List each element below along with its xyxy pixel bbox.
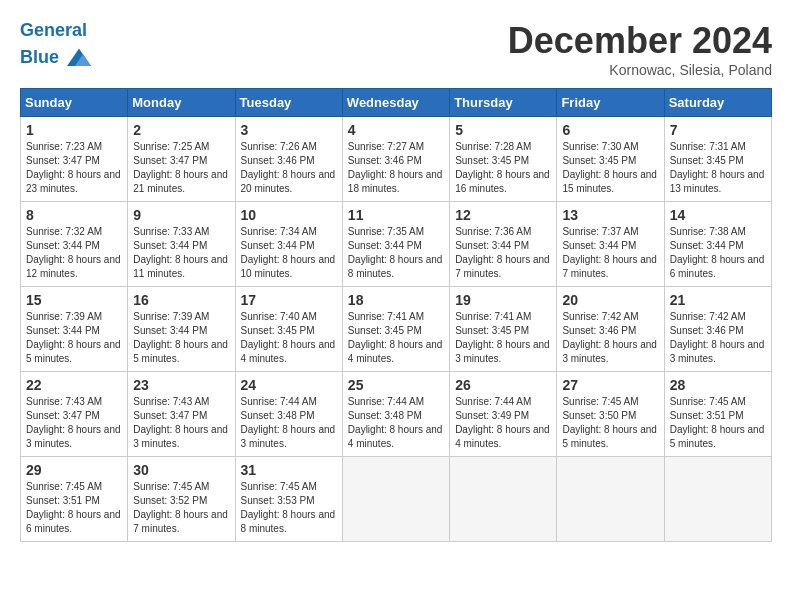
day-number: 27 <box>562 377 658 393</box>
day-details: Sunrise: 7:31 AMSunset: 3:45 PMDaylight:… <box>670 140 766 196</box>
calendar-cell: 15Sunrise: 7:39 AMSunset: 3:44 PMDayligh… <box>21 287 128 372</box>
calendar-cell: 10Sunrise: 7:34 AMSunset: 3:44 PMDayligh… <box>235 202 342 287</box>
day-details: Sunrise: 7:44 AMSunset: 3:48 PMDaylight:… <box>348 395 444 451</box>
day-details: Sunrise: 7:37 AMSunset: 3:44 PMDaylight:… <box>562 225 658 281</box>
calendar-cell <box>342 457 449 542</box>
day-number: 1 <box>26 122 122 138</box>
title-area: December 2024 Kornowac, Silesia, Poland <box>508 20 772 78</box>
col-monday: Monday <box>128 89 235 117</box>
calendar-cell: 26Sunrise: 7:44 AMSunset: 3:49 PMDayligh… <box>450 372 557 457</box>
day-details: Sunrise: 7:45 AMSunset: 3:50 PMDaylight:… <box>562 395 658 451</box>
calendar-cell: 13Sunrise: 7:37 AMSunset: 3:44 PMDayligh… <box>557 202 664 287</box>
day-details: Sunrise: 7:42 AMSunset: 3:46 PMDaylight:… <box>670 310 766 366</box>
day-number: 12 <box>455 207 551 223</box>
day-details: Sunrise: 7:45 AMSunset: 3:52 PMDaylight:… <box>133 480 229 536</box>
day-number: 21 <box>670 292 766 308</box>
day-details: Sunrise: 7:42 AMSunset: 3:46 PMDaylight:… <box>562 310 658 366</box>
logo: General Blue <box>20 20 95 74</box>
col-tuesday: Tuesday <box>235 89 342 117</box>
day-details: Sunrise: 7:38 AMSunset: 3:44 PMDaylight:… <box>670 225 766 281</box>
calendar-cell <box>557 457 664 542</box>
day-number: 24 <box>241 377 337 393</box>
day-number: 11 <box>348 207 444 223</box>
day-details: Sunrise: 7:43 AMSunset: 3:47 PMDaylight:… <box>133 395 229 451</box>
day-details: Sunrise: 7:30 AMSunset: 3:45 PMDaylight:… <box>562 140 658 196</box>
day-details: Sunrise: 7:45 AMSunset: 3:51 PMDaylight:… <box>26 480 122 536</box>
calendar-week-row: 1Sunrise: 7:23 AMSunset: 3:47 PMDaylight… <box>21 117 772 202</box>
col-thursday: Thursday <box>450 89 557 117</box>
day-number: 17 <box>241 292 337 308</box>
logo-icon <box>63 42 95 74</box>
day-details: Sunrise: 7:39 AMSunset: 3:44 PMDaylight:… <box>26 310 122 366</box>
calendar-cell: 11Sunrise: 7:35 AMSunset: 3:44 PMDayligh… <box>342 202 449 287</box>
day-number: 26 <box>455 377 551 393</box>
calendar-cell: 4Sunrise: 7:27 AMSunset: 3:46 PMDaylight… <box>342 117 449 202</box>
page-header: General Blue December 2024 Kornowac, Sil… <box>20 20 772 78</box>
calendar-table: Sunday Monday Tuesday Wednesday Thursday… <box>20 88 772 542</box>
day-number: 22 <box>26 377 122 393</box>
col-saturday: Saturday <box>664 89 771 117</box>
day-details: Sunrise: 7:35 AMSunset: 3:44 PMDaylight:… <box>348 225 444 281</box>
calendar-header-row: Sunday Monday Tuesday Wednesday Thursday… <box>21 89 772 117</box>
day-number: 20 <box>562 292 658 308</box>
day-number: 3 <box>241 122 337 138</box>
day-number: 7 <box>670 122 766 138</box>
calendar-week-row: 8Sunrise: 7:32 AMSunset: 3:44 PMDaylight… <box>21 202 772 287</box>
day-number: 6 <box>562 122 658 138</box>
day-details: Sunrise: 7:23 AMSunset: 3:47 PMDaylight:… <box>26 140 122 196</box>
day-number: 16 <box>133 292 229 308</box>
day-details: Sunrise: 7:45 AMSunset: 3:51 PMDaylight:… <box>670 395 766 451</box>
col-friday: Friday <box>557 89 664 117</box>
day-number: 9 <box>133 207 229 223</box>
day-details: Sunrise: 7:32 AMSunset: 3:44 PMDaylight:… <box>26 225 122 281</box>
calendar-cell: 5Sunrise: 7:28 AMSunset: 3:45 PMDaylight… <box>450 117 557 202</box>
day-details: Sunrise: 7:43 AMSunset: 3:47 PMDaylight:… <box>26 395 122 451</box>
calendar-week-row: 29Sunrise: 7:45 AMSunset: 3:51 PMDayligh… <box>21 457 772 542</box>
calendar-cell: 21Sunrise: 7:42 AMSunset: 3:46 PMDayligh… <box>664 287 771 372</box>
calendar-cell: 3Sunrise: 7:26 AMSunset: 3:46 PMDaylight… <box>235 117 342 202</box>
calendar-cell: 20Sunrise: 7:42 AMSunset: 3:46 PMDayligh… <box>557 287 664 372</box>
day-details: Sunrise: 7:41 AMSunset: 3:45 PMDaylight:… <box>455 310 551 366</box>
month-title: December 2024 <box>508 20 772 62</box>
day-number: 8 <box>26 207 122 223</box>
calendar-cell: 22Sunrise: 7:43 AMSunset: 3:47 PMDayligh… <box>21 372 128 457</box>
day-number: 18 <box>348 292 444 308</box>
location: Kornowac, Silesia, Poland <box>508 62 772 78</box>
day-details: Sunrise: 7:33 AMSunset: 3:44 PMDaylight:… <box>133 225 229 281</box>
day-number: 23 <box>133 377 229 393</box>
day-details: Sunrise: 7:39 AMSunset: 3:44 PMDaylight:… <box>133 310 229 366</box>
calendar-cell: 19Sunrise: 7:41 AMSunset: 3:45 PMDayligh… <box>450 287 557 372</box>
calendar-cell <box>664 457 771 542</box>
calendar-cell: 16Sunrise: 7:39 AMSunset: 3:44 PMDayligh… <box>128 287 235 372</box>
calendar-cell: 2Sunrise: 7:25 AMSunset: 3:47 PMDaylight… <box>128 117 235 202</box>
calendar-cell: 28Sunrise: 7:45 AMSunset: 3:51 PMDayligh… <box>664 372 771 457</box>
calendar-week-row: 15Sunrise: 7:39 AMSunset: 3:44 PMDayligh… <box>21 287 772 372</box>
day-details: Sunrise: 7:36 AMSunset: 3:44 PMDaylight:… <box>455 225 551 281</box>
day-details: Sunrise: 7:45 AMSunset: 3:53 PMDaylight:… <box>241 480 337 536</box>
calendar-cell: 24Sunrise: 7:44 AMSunset: 3:48 PMDayligh… <box>235 372 342 457</box>
day-number: 5 <box>455 122 551 138</box>
logo-general: General <box>20 20 87 40</box>
calendar-cell: 18Sunrise: 7:41 AMSunset: 3:45 PMDayligh… <box>342 287 449 372</box>
calendar-cell: 29Sunrise: 7:45 AMSunset: 3:51 PMDayligh… <box>21 457 128 542</box>
calendar-cell: 7Sunrise: 7:31 AMSunset: 3:45 PMDaylight… <box>664 117 771 202</box>
day-details: Sunrise: 7:34 AMSunset: 3:44 PMDaylight:… <box>241 225 337 281</box>
day-details: Sunrise: 7:28 AMSunset: 3:45 PMDaylight:… <box>455 140 551 196</box>
day-number: 4 <box>348 122 444 138</box>
day-number: 25 <box>348 377 444 393</box>
day-details: Sunrise: 7:26 AMSunset: 3:46 PMDaylight:… <box>241 140 337 196</box>
logo-blue: Blue <box>20 47 59 67</box>
day-details: Sunrise: 7:44 AMSunset: 3:48 PMDaylight:… <box>241 395 337 451</box>
calendar-cell: 6Sunrise: 7:30 AMSunset: 3:45 PMDaylight… <box>557 117 664 202</box>
day-number: 28 <box>670 377 766 393</box>
day-details: Sunrise: 7:44 AMSunset: 3:49 PMDaylight:… <box>455 395 551 451</box>
day-details: Sunrise: 7:27 AMSunset: 3:46 PMDaylight:… <box>348 140 444 196</box>
day-details: Sunrise: 7:41 AMSunset: 3:45 PMDaylight:… <box>348 310 444 366</box>
calendar-cell: 23Sunrise: 7:43 AMSunset: 3:47 PMDayligh… <box>128 372 235 457</box>
calendar-cell: 12Sunrise: 7:36 AMSunset: 3:44 PMDayligh… <box>450 202 557 287</box>
col-wednesday: Wednesday <box>342 89 449 117</box>
calendar-cell: 27Sunrise: 7:45 AMSunset: 3:50 PMDayligh… <box>557 372 664 457</box>
calendar-week-row: 22Sunrise: 7:43 AMSunset: 3:47 PMDayligh… <box>21 372 772 457</box>
day-number: 15 <box>26 292 122 308</box>
calendar-cell: 25Sunrise: 7:44 AMSunset: 3:48 PMDayligh… <box>342 372 449 457</box>
